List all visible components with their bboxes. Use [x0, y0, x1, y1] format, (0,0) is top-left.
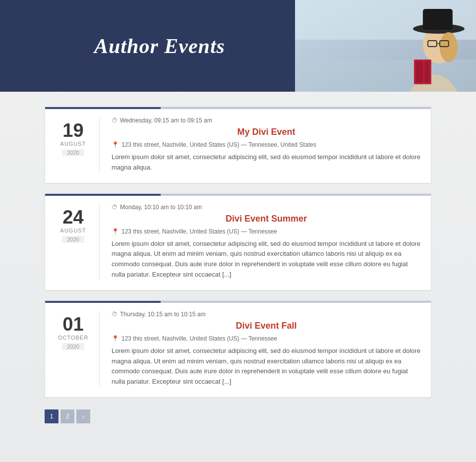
- event-month: OCTOBER: [58, 335, 88, 341]
- hero-illustration: [295, 0, 476, 92]
- page-2-button[interactable]: 2: [60, 409, 74, 423]
- event-month: AUGUST: [60, 228, 86, 233]
- hero-image: [295, 0, 476, 92]
- event-card: 01 OCTOBER 2020 ⏱ Thursday, 10:15 am to …: [45, 300, 431, 398]
- event-description: Lorem ipsum dolor sit amet, consectetur …: [112, 152, 421, 173]
- event-details: ⏱ Monday, 10:10 am to 10:10 am Divi Even…: [112, 204, 421, 280]
- event-day: 01: [62, 315, 83, 334]
- pin-icon: 📍: [112, 335, 119, 342]
- event-card: 24 AUGUST 2020 ⏱ Monday, 10:10 am to 10:…: [45, 193, 431, 290]
- clock-icon: ⏱: [112, 204, 118, 211]
- pin-icon: 📍: [112, 228, 119, 235]
- clock-icon: ⏱: [112, 311, 118, 318]
- event-date-block: 19 AUGUST 2020: [55, 117, 100, 173]
- read-more-link[interactable]: [...]: [222, 378, 231, 385]
- event-location: 📍 123 this street, Nashville, United Sta…: [112, 141, 421, 148]
- event-year: 2020: [62, 149, 84, 156]
- event-title[interactable]: Divi Event Summer: [112, 214, 421, 224]
- event-details: ⏱ Thursday, 10:15 am to 10:15 am Divi Ev…: [112, 311, 421, 387]
- event-card: 19 AUGUST 2020 ⏱ Wednesday, 09:15 am to …: [45, 107, 431, 183]
- event-day: 24: [62, 208, 83, 227]
- event-title[interactable]: My Divi Event: [112, 127, 421, 137]
- pagination: 1 2 ›: [45, 409, 431, 423]
- pin-icon: 📍: [112, 141, 119, 148]
- event-title[interactable]: Divi Event Fall: [112, 321, 421, 331]
- page-title: Author Events: [94, 34, 225, 58]
- event-description: Lorem ipsum dolor sit amet, consectetur …: [112, 239, 421, 280]
- main-content: 19 AUGUST 2020 ⏱ Wednesday, 09:15 am to …: [35, 92, 441, 443]
- event-time: ⏱ Monday, 10:10 am to 10:10 am: [112, 204, 421, 211]
- read-more-link[interactable]: [...]: [222, 271, 231, 278]
- svg-rect-6: [423, 9, 453, 30]
- event-time: ⏱ Thursday, 10:15 am to 10:15 am: [112, 311, 421, 318]
- event-day: 19: [62, 121, 83, 140]
- event-year: 2020: [62, 236, 84, 243]
- hero-banner: Author Events: [0, 0, 476, 92]
- clock-icon: ⏱: [112, 117, 118, 124]
- event-date-block: 24 AUGUST 2020: [55, 204, 100, 280]
- event-details: ⏱ Wednesday, 09:15 am to 09:15 am My Div…: [112, 117, 421, 173]
- event-description: Lorem ipsum dolor sit amet, consectetur …: [112, 346, 421, 387]
- event-location: 📍 123 this street, Nashville, United Sta…: [112, 335, 421, 342]
- hero-left-panel: Author Events: [0, 0, 295, 92]
- svg-rect-12: [416, 61, 430, 83]
- events-list: 19 AUGUST 2020 ⏱ Wednesday, 09:15 am to …: [45, 107, 431, 398]
- hero-right-panel: [295, 0, 476, 92]
- next-page-button[interactable]: ›: [76, 409, 90, 423]
- event-location: 📍 123 this street, Nashville, United Sta…: [112, 228, 421, 235]
- page-1-button[interactable]: 1: [45, 409, 59, 423]
- event-year: 2020: [62, 343, 84, 350]
- event-month: AUGUST: [60, 141, 86, 147]
- event-time: ⏱ Wednesday, 09:15 am to 09:15 am: [112, 117, 421, 124]
- event-date-block: 01 OCTOBER 2020: [55, 311, 100, 387]
